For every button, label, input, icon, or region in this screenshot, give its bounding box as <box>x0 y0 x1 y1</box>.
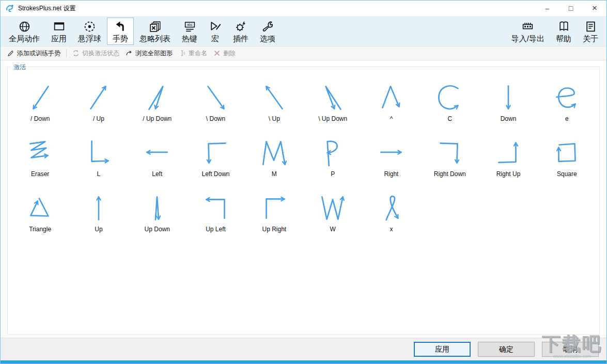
gesture-stroke-icon <box>258 192 291 224</box>
gesture-item[interactable]: e <box>538 82 596 122</box>
gesture-item[interactable]: W <box>304 192 362 233</box>
gesture-stroke-icon <box>141 82 174 114</box>
cancel-button[interactable]: 取消 <box>542 342 599 357</box>
gesture-item[interactable]: P <box>304 137 362 178</box>
tab-applications[interactable]: 应用 <box>45 18 72 45</box>
action-add-or-train-gesture[interactable]: 添加或训练手势 <box>4 48 64 59</box>
gesture-stroke-icon <box>24 137 57 169</box>
gesture-stroke-icon <box>375 192 408 224</box>
action-label: 切换激活状态 <box>82 49 119 58</box>
gesture-stroke-icon <box>199 82 232 114</box>
strokesplus-logo-icon <box>5 4 14 13</box>
gesture-item[interactable]: Square <box>538 137 596 178</box>
gesture-item[interactable]: Up Right <box>245 192 303 233</box>
floating-ball-icon <box>83 20 96 33</box>
gesture-item[interactable]: Up <box>69 192 128 233</box>
gesture-label: W <box>330 226 335 233</box>
gesture-item[interactable]: \ Down <box>186 82 245 122</box>
gesture-stroke-icon <box>492 82 525 114</box>
tab-label: 应用 <box>51 35 67 42</box>
action-delete[interactable]: 删除 <box>210 48 239 59</box>
gesture-item[interactable]: L <box>69 137 128 178</box>
gesture-item[interactable]: \ Up Down <box>304 82 362 122</box>
gesture-label: Up <box>95 226 102 233</box>
gesture-item[interactable]: Up Down <box>128 192 186 233</box>
gesture-item[interactable]: x <box>362 192 421 233</box>
gesture-label: \ Down <box>206 115 225 122</box>
tab-macros[interactable]: 宏 <box>203 18 227 45</box>
gesture-item[interactable]: Right Up <box>479 137 537 178</box>
gesture-action-bar: 添加或训练手势 切换激活状态 浏览全部图形 重命名 删除 <box>1 46 606 60</box>
action-rename[interactable]: 重命名 <box>176 48 210 59</box>
window-controls: – □ × <box>535 1 606 16</box>
pencil-spark-icon <box>7 50 14 57</box>
gesture-item[interactable]: / Down <box>11 82 69 122</box>
ribbon-toolbar: 全局动作 应用 悬浮球 手势 忽略列表 <box>1 17 606 46</box>
gesture-label: Left Down <box>202 170 230 178</box>
gesture-item[interactable]: Eraser <box>11 137 69 178</box>
gesture-label: e <box>565 115 569 122</box>
gesture-stroke-icon <box>550 82 583 114</box>
gesture-item[interactable]: Left Down <box>186 137 245 178</box>
tab-options[interactable]: 选项 <box>254 18 281 45</box>
maximize-button[interactable]: □ <box>559 1 583 16</box>
gesture-label: L <box>97 170 101 178</box>
svg-text:abc: abc <box>187 23 193 26</box>
window-title: StrokesPlus.net 设置 <box>18 4 75 13</box>
tab-global-actions[interactable]: 全局动作 <box>3 18 45 45</box>
action-label: 浏览全部图形 <box>135 49 173 58</box>
gesture-stroke-icon <box>316 137 349 169</box>
action-label: 删除 <box>223 49 236 58</box>
gesture-item[interactable]: C <box>421 82 479 122</box>
tab-plugins[interactable]: 插件 <box>227 18 254 45</box>
gesture-item[interactable]: Triangle <box>11 192 69 233</box>
gesture-label: M <box>272 170 277 178</box>
tab-label: 悬浮球 <box>78 35 101 42</box>
gesture-stroke-icon <box>82 192 115 224</box>
window-bottom-accent <box>1 360 606 363</box>
ignore-list-icon <box>149 20 162 33</box>
gesture-item[interactable]: / Up Down <box>128 82 186 122</box>
gesture-stroke-icon <box>375 137 408 169</box>
gesture-item[interactable]: / Up <box>69 82 128 122</box>
title-bar: StrokesPlus.net 设置 – □ × <box>1 1 606 17</box>
action-toggle-activation[interactable]: 切换激活状态 <box>69 48 122 59</box>
browse-shapes-icon <box>126 50 133 57</box>
gesture-item[interactable]: Right Down <box>421 137 479 178</box>
gesture-item[interactable]: Up Left <box>186 192 245 233</box>
gesture-stroke-icon <box>316 82 349 114</box>
gesture-label: \ Up <box>269 115 280 122</box>
tab-hotkeys[interactable]: abc 热键 <box>176 18 203 45</box>
footer-button-bar: 应用 确定 取消 <box>1 338 606 360</box>
close-button[interactable]: × <box>583 1 606 16</box>
delete-x-icon <box>213 50 221 57</box>
tab-ignore-list[interactable]: 忽略列表 <box>134 18 176 45</box>
gesture-item[interactable]: Left <box>128 137 186 178</box>
group-label: 激活 <box>11 63 28 72</box>
tab-gestures[interactable]: 手势 <box>107 18 134 45</box>
gesture-item[interactable]: Down <box>479 82 537 122</box>
gesture-item[interactable]: ^ <box>362 82 421 122</box>
tab-help[interactable]: 帮助 <box>550 18 577 45</box>
minimize-button[interactable]: – <box>535 1 559 16</box>
gesture-item[interactable]: Right <box>362 137 421 178</box>
tab-floating-ball[interactable]: 悬浮球 <box>72 18 107 45</box>
gesture-label: Up Down <box>145 226 170 233</box>
gesture-item[interactable]: \ Up <box>245 82 303 122</box>
gesture-label: Right Down <box>434 170 466 178</box>
gesture-stroke-icon <box>82 82 115 114</box>
tab-label: 帮助 <box>556 35 571 42</box>
tab-about[interactable]: 关于 <box>577 18 604 45</box>
gesture-label: Right <box>384 170 398 178</box>
gesture-stroke-icon <box>316 192 349 224</box>
app-window-icon <box>53 20 66 33</box>
ok-button[interactable]: 确定 <box>478 342 535 357</box>
tab-import-export[interactable]: 导入/导出 <box>506 18 550 45</box>
tab-label: 插件 <box>233 35 248 42</box>
apply-button[interactable]: 应用 <box>414 342 471 357</box>
gesture-stroke-icon <box>141 192 174 224</box>
action-browse-all-shapes[interactable]: 浏览全部图形 <box>122 48 176 59</box>
gesture-label: / Up <box>93 115 104 122</box>
main-content: 激活 / Down/ Up/ Up Down\ Down\ Up\ Up Dow… <box>1 60 606 338</box>
gesture-item[interactable]: M <box>245 137 303 178</box>
